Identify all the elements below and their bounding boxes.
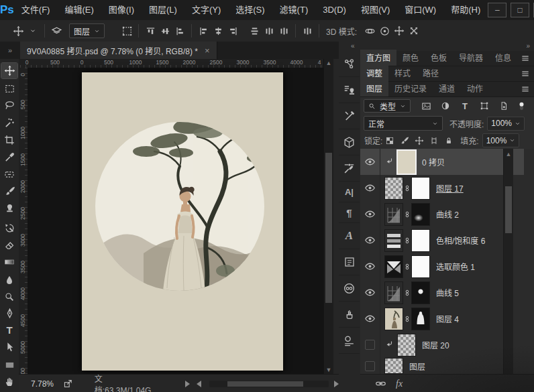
canvas-hscroll-thumb[interactable]	[227, 381, 303, 387]
hand-tool[interactable]	[1, 374, 17, 389]
creative-cloud-icon[interactable]	[339, 275, 360, 302]
show-transform-controls-icon[interactable]	[119, 23, 134, 39]
canvas-vscrollbar[interactable]: ▲ ▼	[323, 59, 333, 374]
scroll-left-icon[interactable]	[197, 381, 201, 387]
dodge-tool[interactable]	[1, 289, 17, 304]
tab-color[interactable]: 颜色	[396, 50, 425, 66]
tool-preset-chevron-icon[interactable]	[25, 23, 40, 39]
layer-row-7[interactable]: 图层 20	[360, 332, 524, 358]
expand-panels-icon[interactable]: »	[526, 42, 530, 50]
lasso-tool[interactable]	[1, 98, 17, 113]
layer-thumbnail[interactable]	[385, 358, 403, 373]
align-vcenter-button[interactable]	[158, 23, 172, 39]
mask-link-icon[interactable]	[403, 210, 411, 219]
layer-thumbnail[interactable]	[398, 151, 415, 174]
gradient-tool[interactable]	[1, 254, 17, 269]
minimize-button[interactable]: –	[488, 3, 506, 17]
document-canvas[interactable]	[82, 72, 283, 371]
visibility-toggle[interactable]	[360, 332, 380, 358]
layer-filter-toggle[interactable]	[514, 98, 529, 114]
layers-scroll-thumb[interactable]	[505, 186, 512, 233]
crop-tool[interactable]	[1, 132, 17, 147]
hue-saturation-thumbnail[interactable]	[385, 230, 403, 251]
path-select-tool[interactable]	[1, 339, 17, 354]
character-panel-icon[interactable]: A|	[339, 182, 360, 202]
tab-swatches[interactable]: 色板	[425, 50, 453, 66]
curves-adjustment-thumbnail[interactable]	[385, 282, 403, 304]
filter-adjustment-layers-icon[interactable]	[438, 98, 453, 114]
layer-name[interactable]: 0 拷贝	[422, 156, 445, 168]
visibility-toggle[interactable]	[360, 306, 380, 332]
properties-panel-icon[interactable]	[339, 249, 360, 275]
pen-tool[interactable]	[1, 306, 17, 321]
brushes-panel-icon[interactable]	[339, 302, 360, 328]
distribute-spacing-button[interactable]	[300, 23, 315, 39]
menu-image[interactable]: 图像(I)	[101, 0, 142, 20]
marquee-tool[interactable]	[1, 81, 17, 96]
layer-row-3[interactable]: 色相/饱和度 6	[360, 227, 524, 254]
mask-link-icon[interactable]	[403, 262, 411, 271]
layer-styles-icon[interactable]: fx	[396, 379, 403, 389]
document-tab[interactable]: 9V0A0885 拷贝.psd @ 7.78% (0 拷贝, RGB/8) * …	[20, 42, 217, 59]
tab-close-icon[interactable]: ×	[205, 46, 210, 56]
layer-mask-thumbnail[interactable]	[412, 230, 429, 251]
lock-pixels-icon[interactable]	[400, 136, 409, 145]
blend-mode-dropdown[interactable]: 正常	[364, 116, 443, 131]
filter-pixel-layers-icon[interactable]	[419, 98, 433, 114]
distribute-hcenter-button[interactable]	[276, 23, 291, 39]
toolbar-expand-icon[interactable]: »	[0, 46, 20, 54]
visibility-toggle[interactable]	[360, 201, 380, 227]
mask-link-icon[interactable]	[403, 184, 411, 193]
current-tool-icon[interactable]	[11, 23, 25, 39]
scroll-up-icon[interactable]: ▲	[504, 150, 513, 158]
photo-layer-thumbnail[interactable]	[385, 308, 403, 330]
panel-menu-icon[interactable]	[521, 69, 530, 78]
align-bottom-button[interactable]	[172, 23, 187, 39]
filter-type-layers-icon[interactable]: T	[458, 98, 472, 114]
layer-name[interactable]: 图层 4	[436, 313, 459, 324]
history-brush-tool[interactable]	[1, 220, 17, 236]
tab-actions[interactable]: 动作	[461, 80, 489, 96]
tab-navigator[interactable]: 导航器	[453, 50, 489, 66]
auto-select-layers-icon[interactable]	[49, 23, 64, 39]
layer-name[interactable]: 图层 20	[422, 339, 449, 350]
visibility-toggle[interactable]	[360, 253, 380, 279]
mask-link-icon[interactable]	[403, 288, 411, 298]
clone-stamp-tool[interactable]	[1, 200, 17, 216]
maximize-button[interactable]: □	[511, 3, 529, 17]
canvas-vscroll-thumb[interactable]	[325, 153, 332, 303]
align-hcenter-button[interactable]	[211, 23, 225, 39]
layer-mask-thumbnail[interactable]	[412, 256, 429, 277]
align-right-button[interactable]	[225, 23, 240, 39]
layer-mask-thumbnail[interactable]	[412, 282, 429, 304]
canvas-pasteboard[interactable]	[28, 68, 323, 374]
layer-name[interactable]: 色相/饱和度 6	[436, 235, 485, 246]
tab-info[interactable]: 信息	[489, 50, 517, 66]
tab-layers[interactable]: 图层	[360, 80, 388, 96]
patch-tool[interactable]	[1, 166, 17, 182]
layer-row-5[interactable]: 曲线 5	[360, 279, 524, 306]
menu-help[interactable]: 帮助(H)	[443, 0, 488, 20]
opacity-field[interactable]: 100%	[487, 117, 525, 131]
align-left-button[interactable]	[196, 23, 211, 39]
rectangle-tool[interactable]	[1, 357, 17, 373]
menu-3d[interactable]: 3D(D)	[315, 0, 354, 20]
filter-smart-objects-icon[interactable]	[496, 98, 511, 114]
export-icon[interactable]	[63, 379, 73, 389]
distribute-vcenter-button[interactable]	[262, 23, 276, 39]
visibility-toggle[interactable]	[360, 358, 380, 374]
filter-type-dropdown[interactable]: 类型	[364, 99, 411, 113]
layer-mask-thumbnail[interactable]	[412, 308, 429, 330]
lock-artboard-icon[interactable]	[429, 136, 439, 145]
scroll-right-icon[interactable]	[334, 381, 339, 387]
layer-thumbnail[interactable]	[385, 178, 403, 199]
menu-type[interactable]: 文字(Y)	[184, 0, 228, 20]
filter-shape-layers-icon[interactable]	[477, 98, 492, 114]
selective-color-thumbnail[interactable]	[385, 256, 403, 277]
learn-panel-icon[interactable]	[339, 51, 360, 77]
type-tool[interactable]: T	[1, 322, 17, 338]
tab-styles[interactable]: 样式	[388, 65, 417, 81]
hidden-visibility-box[interactable]	[365, 340, 375, 350]
distribute-top-button[interactable]	[247, 23, 262, 39]
brush-tool[interactable]	[1, 184, 17, 199]
